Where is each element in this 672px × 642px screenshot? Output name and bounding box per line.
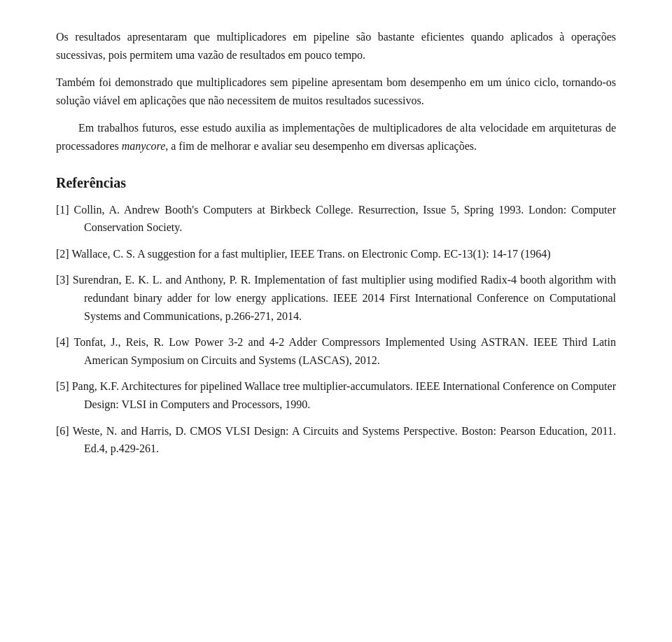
paragraph-3: Em trabalhos futuros, esse estudo auxili… — [56, 119, 616, 155]
ref-text-1: Collin, A. Andrew Booth's Computers at B… — [74, 204, 616, 234]
paragraph-1: Os resultados apresentaram que multiplic… — [56, 28, 616, 64]
ref-number-4: [4] — [56, 336, 74, 348]
ref-number-3: [3] — [56, 274, 73, 286]
reference-3: [3] Surendran, E. K. L. and Anthony, P. … — [56, 271, 616, 325]
ref-text-5: Pang, K.F. Architectures for pipelined W… — [72, 380, 616, 410]
ref-text-3: Surendran, E. K. L. and Anthony, P. R. I… — [73, 274, 616, 321]
reference-5: [5] Pang, K.F. Architectures for pipelin… — [56, 377, 616, 413]
paragraph-2: Também foi demonstrado que multiplicador… — [56, 74, 616, 109]
ref-number-1: [1] — [56, 204, 74, 216]
ref-text-6: Weste, N. and Harris, D. CMOS VLSI Desig… — [73, 425, 616, 455]
ref-text-4: Tonfat, J., Reis, R. Low Power 3-2 and 4… — [74, 336, 616, 366]
page-container: Os resultados apresentaram que multiplic… — [0, 0, 672, 494]
ref-number-2: [2] — [56, 248, 71, 260]
reference-2: [2] Wallace, C. S. A suggestion for a fa… — [56, 245, 616, 263]
references-title: Referências — [56, 175, 616, 191]
reference-4: [4] Tonfat, J., Reis, R. Low Power 3-2 a… — [56, 333, 616, 369]
reference-6: [6] Weste, N. and Harris, D. CMOS VLSI D… — [56, 422, 616, 458]
reference-1: [1] Collin, A. Andrew Booth's Computers … — [56, 201, 616, 237]
ref-text-2: Wallace, C. S. A suggestion for a fast m… — [71, 248, 550, 260]
ref-number-5: [5] — [56, 380, 72, 392]
ref-number-6: [6] — [56, 425, 73, 437]
